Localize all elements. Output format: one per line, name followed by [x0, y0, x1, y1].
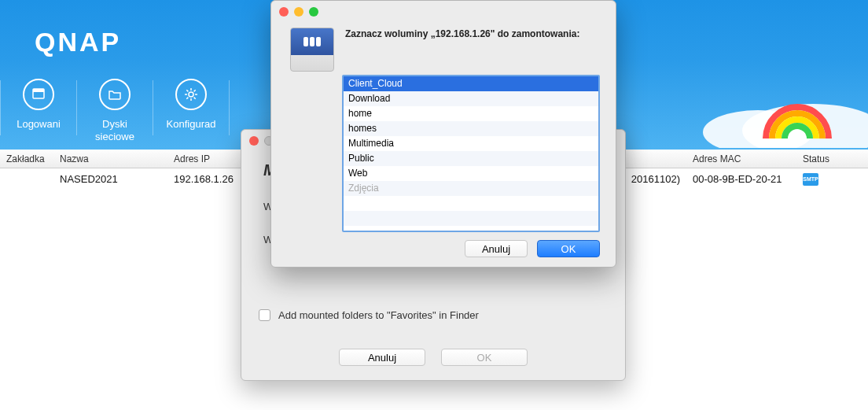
volume-row[interactable]: Multimedia	[344, 136, 598, 151]
svg-point-11	[742, 104, 868, 148]
svg-line-9	[186, 98, 188, 99]
ok-button-disabled: OK	[441, 349, 528, 366]
svg-line-8	[194, 98, 196, 99]
svg-rect-1	[33, 89, 44, 92]
svg-point-2	[189, 92, 193, 97]
nav-config[interactable]: Konfigurad	[153, 76, 229, 131]
col-mac[interactable]: Adres MAC	[686, 153, 796, 164]
dialog-prompt: Zaznacz woluminy „192.168.1.26" do zamon…	[345, 28, 579, 72]
cloud-graphic	[664, 63, 868, 148]
ok-button[interactable]: OK	[537, 240, 600, 257]
svg-line-7	[186, 90, 188, 91]
cell-status: SMTP	[796, 172, 844, 186]
smtp-icon: SMTP	[803, 173, 818, 186]
col-nazwa[interactable]: Nazwa	[53, 153, 167, 164]
volume-row[interactable]: homes	[344, 121, 598, 136]
col-zakladka[interactable]: Zakładka	[0, 153, 53, 164]
volume-list[interactable]: Client_CloudDownloadhomehomesMultimediaP…	[342, 75, 600, 232]
qnap-nav: Logowani Dyskisieciowe Konfigurad	[0, 76, 230, 143]
svg-point-12	[703, 110, 813, 148]
cancel-button[interactable]: Anuluj	[339, 349, 425, 366]
nav-login-label: Logowani	[1, 118, 76, 131]
window-controls	[279, 7, 318, 17]
volume-row-empty	[344, 196, 598, 211]
nav-drives-label: Dyskisieciowe	[77, 118, 153, 143]
cancel-button[interactable]: Anuluj	[465, 240, 528, 257]
minimize-icon[interactable]	[294, 7, 303, 17]
volume-row[interactable]: Web	[344, 166, 598, 181]
network-drive-icon	[290, 28, 334, 72]
nav-separator	[229, 80, 230, 135]
close-icon[interactable]	[249, 136, 259, 146]
brand-logo: QNAP	[35, 27, 121, 57]
favorites-label: Add mounted folders to "Favorites" in Fi…	[278, 309, 479, 321]
nav-login[interactable]: Logowani	[1, 76, 76, 131]
volume-select-dialog: Zaznacz woluminy „192.168.1.26" do zamon…	[270, 0, 616, 268]
close-icon[interactable]	[279, 7, 289, 17]
gear-icon	[175, 79, 207, 110]
volume-row-empty	[344, 211, 598, 226]
volume-row[interactable]: Public	[344, 151, 598, 166]
zoom-icon[interactable]	[309, 7, 318, 17]
folder-icon	[99, 79, 131, 110]
volume-row[interactable]: home	[344, 106, 598, 121]
nav-drives[interactable]: Dyskisieciowe	[77, 76, 153, 143]
volume-row[interactable]: Download	[344, 91, 598, 106]
svg-line-10	[194, 90, 196, 91]
cell-mac: 00-08-9B-ED-20-21	[686, 173, 796, 185]
volume-row: Zdjęcia	[344, 181, 598, 196]
cell-nazwa: NASED2021	[53, 173, 167, 185]
col-status[interactable]: Status	[796, 153, 844, 164]
nav-config-label: Konfigurad	[153, 118, 229, 131]
volume-row[interactable]: Client_Cloud	[344, 76, 598, 91]
favorites-checkbox[interactable]	[259, 309, 270, 321]
login-icon	[23, 79, 54, 110]
